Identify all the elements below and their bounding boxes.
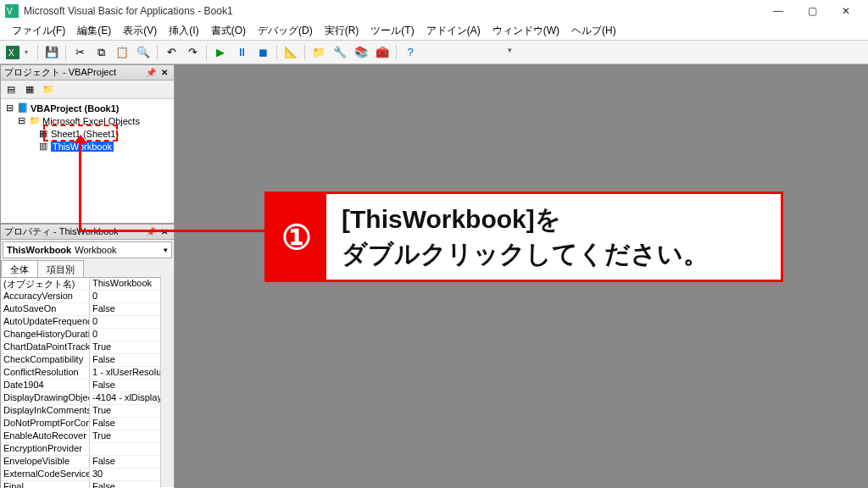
design-mode-icon[interactable]: 📐 <box>281 43 300 62</box>
tree-item-sheet1[interactable]: ▦ Sheet1 (Sheet1) <box>3 127 171 140</box>
minus-icon[interactable]: ⊟ <box>3 103 15 114</box>
property-name: DisplayInkComments <box>1 405 90 417</box>
object-browser-icon[interactable]: 📚 <box>352 43 370 62</box>
property-row[interactable]: ChangeHistoryDuration0 <box>1 329 174 341</box>
property-name: ConflictResolution <box>1 367 90 379</box>
tree-root-label: VBAProject (Book1) <box>31 103 120 114</box>
menu-file[interactable]: ファイル(F) <box>7 22 70 40</box>
title-bar: V Microsoft Visual Basic for Application… <box>0 0 868 22</box>
tab-categorized[interactable]: 項目別 <box>37 260 84 277</box>
project-explorer-icon[interactable]: 📁 <box>309 43 328 62</box>
mdi-area: プロジェクト - VBAProject 📌 ✕ ▤ ▦ 📁 ⊟ 📘 VBAPro… <box>0 64 868 488</box>
chevron-down-icon[interactable]: ▾ <box>164 246 168 254</box>
tree-folder-label: Microsoft Excel Objects <box>42 116 140 126</box>
toolbar: X ▾ 💾 ✂ ⧉ 📋 🔍 ↶ ↷ ▶ ⏸ ◼ 📐 📁 🔧 📚 🧰 ? ▾ <box>0 41 868 64</box>
undo-icon[interactable]: ↶ <box>162 43 181 62</box>
reset-icon[interactable]: ◼ <box>253 43 272 62</box>
property-row[interactable]: DisplayDrawingObjects-4104 - xlDisplaySh… <box>1 392 174 405</box>
property-name: DisplayDrawingObjects <box>1 392 90 404</box>
property-row[interactable]: AutoUpdateFrequency0 <box>1 316 174 329</box>
svg-text:V: V <box>7 7 13 16</box>
property-name: EnableAutoRecover <box>1 430 90 442</box>
close-button[interactable]: ✕ <box>829 2 863 20</box>
properties-grid[interactable]: (オブジェクト名)ThisWorkbookAccuracyVersion0Aut… <box>1 277 174 488</box>
property-row[interactable]: (オブジェクト名)ThisWorkbook <box>1 278 174 291</box>
property-name: Final <box>1 481 90 488</box>
project-panel-title: プロジェクト - VBAProject <box>4 66 116 79</box>
tree-folder[interactable]: ⊟ 📁 Microsoft Excel Objects <box>3 114 171 127</box>
property-row[interactable]: ConflictResolution1 - xlUserResolution <box>1 367 174 380</box>
help-icon[interactable]: ? <box>401 43 420 62</box>
maximize-button[interactable]: ▢ <box>795 2 829 20</box>
minus-icon[interactable]: ⊟ <box>15 115 27 126</box>
scrollbar[interactable] <box>160 275 174 487</box>
annotation-text: [ThisWorkbook]を ダブルクリックしてください。 <box>326 194 724 280</box>
property-row[interactable]: CheckCompatibilityFalse <box>1 354 174 367</box>
menu-view[interactable]: 表示(V) <box>118 22 162 40</box>
property-name: CheckCompatibility <box>1 354 90 366</box>
properties-tabs: 全体 項目別 <box>1 260 174 277</box>
copy-icon[interactable]: ⧉ <box>92 43 110 62</box>
view-code-icon[interactable]: ▤ <box>3 82 19 97</box>
property-row[interactable]: DisplayInkCommentsTrue <box>1 405 174 418</box>
menu-debug[interactable]: デバッグ(D) <box>253 22 318 40</box>
project-toolbar: ▤ ▦ 📁 <box>1 80 174 99</box>
properties-panel: プロパティ - ThisWorkbook 📌 ✕ ThisWorkbook Wo… <box>0 224 175 488</box>
paste-icon[interactable]: 📋 <box>113 43 131 62</box>
annotation-badge: ① <box>267 194 326 280</box>
property-row[interactable]: ChartDataPointTrackTrue <box>1 341 174 354</box>
pin-icon[interactable]: 📌 <box>145 67 157 79</box>
menu-run[interactable]: 実行(R) <box>320 22 364 40</box>
toggle-folders-icon[interactable]: 📁 <box>40 82 57 97</box>
view-object-icon[interactable]: ▦ <box>21 82 38 97</box>
property-row[interactable]: AutoSaveOnFalse <box>1 303 174 316</box>
property-name: ExternalCodeService <box>1 469 90 480</box>
menu-window[interactable]: ウィンドウ(W) <box>487 22 565 40</box>
property-row[interactable]: FinalFalse <box>1 481 174 488</box>
property-row[interactable]: Date1904False <box>1 380 174 392</box>
vba-app-icon: V <box>5 4 19 18</box>
toolbox-icon[interactable]: 🧰 <box>373 43 392 62</box>
save-icon[interactable]: 💾 <box>42 43 61 62</box>
tree-item-thisworkbook[interactable]: ▥ ThisWorkbook <box>3 140 171 152</box>
window-title: Microsoft Visual Basic for Applications … <box>24 5 233 17</box>
menu-edit[interactable]: 編集(E) <box>72 22 116 40</box>
properties-object-name: ThisWorkbook <box>7 245 71 255</box>
menu-help[interactable]: ヘルプ(H) <box>566 22 621 40</box>
close-icon[interactable]: ✕ <box>159 67 170 79</box>
excel-icon[interactable]: X <box>3 43 22 62</box>
property-row[interactable]: EnableAutoRecoverTrue <box>1 430 174 443</box>
redo-icon[interactable]: ↷ <box>183 43 202 62</box>
properties-object-type: Workbook <box>75 245 116 255</box>
properties-panel-header[interactable]: プロパティ - ThisWorkbook 📌 ✕ <box>1 225 174 240</box>
chevron-down-icon[interactable]: ▾ <box>508 46 512 54</box>
annotation-arrowhead <box>74 135 87 143</box>
sheet-icon: ▦ <box>37 128 49 139</box>
excel-dropdown[interactable]: ▾ <box>25 48 33 56</box>
property-row[interactable]: EncryptionProvider <box>1 443 174 456</box>
project-tree[interactable]: ⊟ 📘 VBAProject (Book1) ⊟ 📁 Microsoft Exc… <box>1 99 174 223</box>
property-row[interactable]: DoNotPromptForConvertFalse <box>1 418 174 430</box>
break-icon[interactable]: ⏸ <box>232 43 251 62</box>
properties-object-select[interactable]: ThisWorkbook Workbook ▾ <box>3 241 172 258</box>
property-name: Date1904 <box>1 380 90 391</box>
menu-addins[interactable]: アドイン(A) <box>421 22 486 40</box>
project-panel-header[interactable]: プロジェクト - VBAProject 📌 ✕ <box>1 65 174 80</box>
vbaproject-icon: 📘 <box>17 103 29 114</box>
tree-root[interactable]: ⊟ 📘 VBAProject (Book1) <box>3 102 171 114</box>
tab-all[interactable]: 全体 <box>1 260 38 277</box>
minimize-button[interactable]: — <box>761 2 795 20</box>
find-icon[interactable]: 🔍 <box>134 43 153 62</box>
property-row[interactable]: AccuracyVersion0 <box>1 291 174 303</box>
property-row[interactable]: ExternalCodeService30 <box>1 469 174 481</box>
menu-tools[interactable]: ツール(T) <box>365 22 419 40</box>
property-name: (オブジェクト名) <box>1 278 90 290</box>
cut-icon[interactable]: ✂ <box>70 43 89 62</box>
project-explorer-panel: プロジェクト - VBAProject 📌 ✕ ▤ ▦ 📁 ⊟ 📘 VBAPro… <box>0 64 175 224</box>
properties-icon[interactable]: 🔧 <box>331 43 349 62</box>
property-row[interactable]: EnvelopeVisibleFalse <box>1 456 174 469</box>
menu-format[interactable]: 書式(O) <box>206 22 251 40</box>
property-name: AutoUpdateFrequency <box>1 316 90 328</box>
menu-insert[interactable]: 挿入(I) <box>164 22 203 40</box>
run-icon[interactable]: ▶ <box>211 43 230 62</box>
